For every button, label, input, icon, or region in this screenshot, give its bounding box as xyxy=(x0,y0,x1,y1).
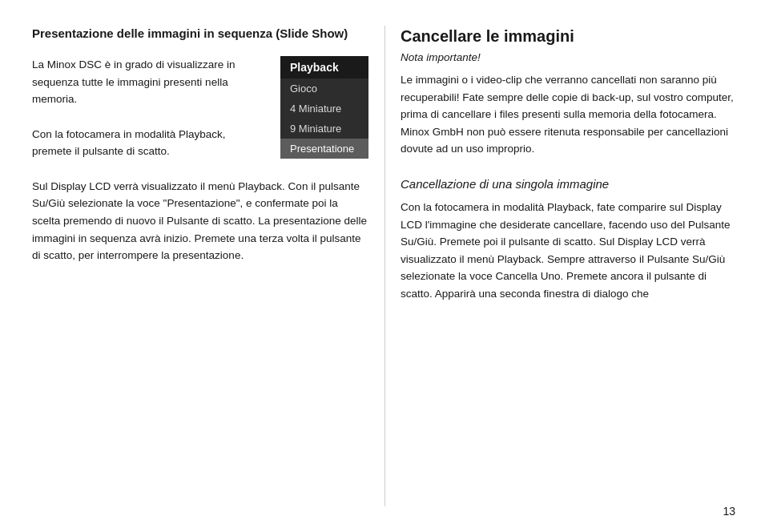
left-upper-section: La Minox DSC è in grado di visualizzare … xyxy=(32,56,368,160)
right-para1: Le immagini o i video-clip che verranno … xyxy=(401,71,737,158)
left-text-block: Presentazione delle immagini in sequenza… xyxy=(32,26,368,264)
intro-para3-start: Con la fotocamera in modalità Playback, … xyxy=(32,126,266,160)
left-column: Presentazione delle immagini in sequenza… xyxy=(32,26,368,506)
playback-menu: Playback Gioco 4 Miniature 9 Miniature P… xyxy=(280,56,368,159)
page-number: 13 xyxy=(723,505,735,518)
menu-item-gioco[interactable]: Gioco xyxy=(280,79,368,99)
right-main-title: Cancellare le immagini xyxy=(401,26,737,46)
right-column: Cancellare le immagini Nota importante! … xyxy=(401,26,737,506)
page: Presentazione delle immagini in sequenza… xyxy=(0,0,769,532)
menu-header: Playback xyxy=(280,56,368,79)
right-subtitle: Nota importante! xyxy=(401,51,737,63)
menu-item-4miniature[interactable]: 4 Miniature xyxy=(280,99,368,119)
menu-item-presentatione[interactable]: Presentatione xyxy=(280,139,368,159)
left-lower-text: Sul Display LCD verrà visualizzato il me… xyxy=(32,178,368,264)
menu-item-9miniature[interactable]: 9 Miniature xyxy=(280,119,368,139)
slide-show-title: Presentazione delle immagini in sequenza… xyxy=(32,26,368,42)
intro-text: La Minox DSC è in grado di visualizzare … xyxy=(32,56,266,160)
column-divider xyxy=(384,26,385,506)
right-para2: Con la fotocamera in modalità Playback, … xyxy=(401,199,737,303)
section-title: Cancellazione di una singola immagine xyxy=(401,177,737,191)
